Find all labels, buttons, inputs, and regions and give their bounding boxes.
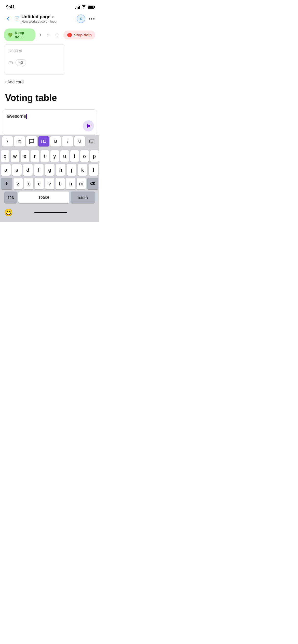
main-content: 💚 Keep doi... 1 + ⋮ 🔴 Stop doin Untitled…	[0, 25, 99, 109]
nav-bar: 📄 Untitled page ▾ New workspace on loop …	[0, 12, 99, 25]
key-d[interactable]: d	[23, 164, 33, 176]
keyboard-toolbar: / @ H1 B I U	[0, 135, 99, 148]
key-c[interactable]: c	[35, 178, 44, 189]
nav-title-row: Untitled page ▾	[21, 14, 57, 20]
column-add-button[interactable]: +	[46, 32, 51, 38]
section-spacer	[4, 86, 95, 93]
keyboard-row-1: q w e r t y u i o p	[1, 150, 98, 162]
key-m[interactable]: m	[77, 178, 86, 189]
key-o[interactable]: o	[80, 150, 89, 162]
key-n[interactable]: n	[66, 178, 75, 189]
column-keep-count: 1	[39, 33, 42, 37]
chevron-down-icon[interactable]: ▾	[52, 15, 54, 19]
text-cursor	[26, 114, 27, 119]
home-indicator	[34, 212, 67, 213]
page-doc-icon: 📄	[14, 16, 20, 22]
status-icons	[75, 5, 94, 9]
key-t[interactable]: t	[40, 150, 49, 162]
card-title: Untitled	[8, 49, 61, 53]
column-stop-header[interactable]: 🔴 Stop doin	[63, 31, 95, 39]
key-s[interactable]: s	[12, 164, 22, 176]
toolbar-underline-button[interactable]: U	[74, 136, 85, 147]
more-options-button[interactable]: •••	[88, 16, 95, 21]
toolbar-comment-button[interactable]	[26, 136, 37, 147]
key-f[interactable]: f	[34, 164, 44, 176]
send-button[interactable]	[83, 120, 94, 131]
keep-emoji: 💚	[8, 33, 13, 37]
keyboard: q w e r t y u i o p a s d f g h j k l z …	[0, 148, 99, 206]
page-title: Untitled page	[21, 14, 50, 20]
toolbar-keyboard-button[interactable]	[86, 136, 97, 147]
key-l[interactable]: l	[89, 164, 98, 176]
text-input-area[interactable]: awesome	[2, 109, 97, 135]
key-h[interactable]: h	[56, 164, 65, 176]
avatar[interactable]: S	[77, 14, 85, 23]
stop-emoji: 🔴	[67, 33, 72, 37]
key-v[interactable]: v	[45, 178, 54, 189]
nav-title-area: 📄 Untitled page ▾ New workspace on loop	[14, 14, 75, 23]
column-stop-label: Stop doin	[74, 33, 92, 37]
status-time: 9:41	[6, 5, 15, 10]
signal-icon	[75, 5, 80, 9]
svg-rect-0	[89, 140, 94, 143]
key-numbers[interactable]: 123	[4, 192, 17, 203]
assign-icon[interactable]: 🗃	[8, 60, 13, 65]
battery-icon	[88, 6, 94, 9]
key-i[interactable]: i	[70, 150, 79, 162]
workspace-subtitle: New workspace on loop	[21, 20, 57, 23]
wifi-icon	[82, 5, 86, 9]
key-g[interactable]: g	[45, 164, 55, 176]
key-q[interactable]: q	[1, 150, 9, 162]
key-a[interactable]: a	[1, 164, 11, 176]
key-b[interactable]: b	[56, 178, 65, 189]
columns-row: 💚 Keep doi... 1 + ⋮ 🔴 Stop doin	[4, 28, 95, 41]
nav-title-group: Untitled page ▾ New workspace on loop	[21, 14, 57, 23]
key-r[interactable]: r	[31, 150, 39, 162]
add-card-button[interactable]: + Add card	[4, 78, 95, 86]
key-j[interactable]: j	[67, 164, 76, 176]
back-button[interactable]	[4, 15, 12, 23]
key-backspace[interactable]	[87, 178, 98, 189]
card: Untitled 🗃 +0	[4, 44, 65, 75]
column-keep-label: Keep doi...	[15, 31, 32, 39]
toolbar-at-button[interactable]: @	[14, 136, 25, 147]
key-z[interactable]: z	[13, 178, 23, 189]
key-k[interactable]: k	[78, 164, 87, 176]
voting-table-heading: Voting table	[4, 93, 95, 103]
key-y[interactable]: y	[50, 150, 59, 162]
keyboard-row-3: z x c v b n m	[1, 178, 98, 189]
emoji-button[interactable]: 😄	[4, 208, 13, 217]
keyboard-bottom-bar: 😄	[0, 206, 99, 222]
key-return[interactable]: return	[71, 192, 95, 203]
nav-right: S •••	[77, 14, 95, 23]
column-more-button[interactable]: ⋮	[55, 32, 59, 38]
add-card-label: + Add card	[4, 80, 24, 84]
keyboard-row-2: a s d f g h j k l	[1, 164, 98, 176]
key-w[interactable]: w	[11, 150, 19, 162]
toolbar-bold-button[interactable]: B	[50, 136, 61, 147]
key-u[interactable]: u	[60, 150, 69, 162]
column-keep-header[interactable]: 💚 Keep doi...	[4, 28, 35, 41]
card-footer: 🗃 +0	[8, 59, 61, 66]
key-shift[interactable]	[1, 178, 12, 189]
input-text-content: awesome	[6, 114, 93, 130]
key-space[interactable]: space	[18, 192, 69, 203]
toolbar-italic-button[interactable]: I	[62, 136, 73, 147]
toolbar-slash-button[interactable]: /	[2, 136, 13, 147]
key-x[interactable]: x	[24, 178, 33, 189]
keyboard-row-4: 123 space return	[1, 192, 98, 203]
status-bar: 9:41	[0, 0, 99, 12]
send-arrow-icon	[87, 124, 91, 128]
vote-badge[interactable]: +0	[16, 59, 26, 66]
key-e[interactable]: e	[21, 150, 29, 162]
toolbar-h1-button[interactable]: H1	[38, 136, 49, 147]
key-p[interactable]: p	[90, 150, 99, 162]
